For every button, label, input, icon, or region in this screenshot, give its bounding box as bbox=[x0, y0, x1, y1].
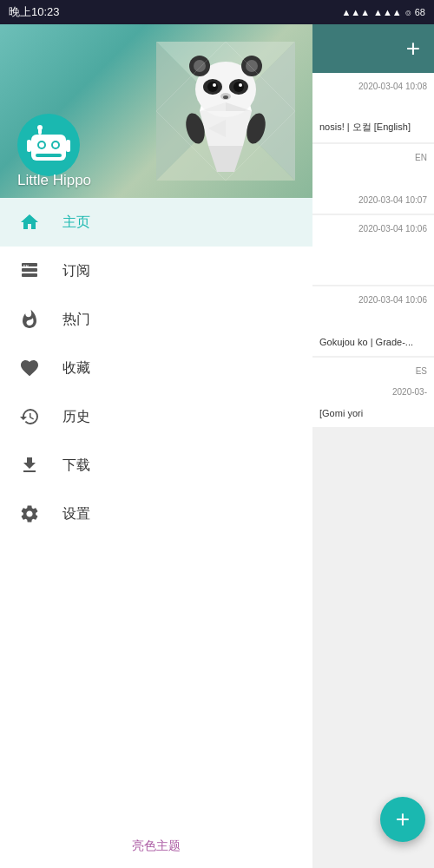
signal-icon-2: ▲▲▲ bbox=[373, 7, 402, 17]
theme-toggle[interactable]: 亮色主题 bbox=[132, 838, 181, 852]
add-button[interactable]: + bbox=[406, 36, 420, 61]
battery-icon: 68 bbox=[415, 7, 425, 17]
nav-list: 主页 EH 订阅 热门 bbox=[0, 198, 312, 824]
list-item[interactable]: ES 2020-03- [Gomi yori bbox=[312, 358, 434, 427]
nav-item-hot[interactable]: 热门 bbox=[0, 295, 312, 344]
list-item[interactable]: 2020-03-04 10:08 nosis! | 오컬 [English] bbox=[312, 73, 434, 142]
svg-point-31 bbox=[37, 125, 43, 130]
app-name: Little Hippo bbox=[17, 172, 91, 189]
nav-label-subscribe: 订阅 bbox=[62, 262, 90, 280]
svg-rect-41 bbox=[22, 273, 37, 277]
nav-label-home: 主页 bbox=[62, 214, 90, 232]
heart-icon bbox=[17, 356, 42, 380]
fab-button[interactable]: + bbox=[380, 797, 425, 842]
svg-point-15 bbox=[233, 82, 244, 92]
svg-point-14 bbox=[207, 82, 218, 92]
item-lang: EN bbox=[319, 153, 427, 162]
item-date: 2020-03-04 10:08 bbox=[319, 82, 427, 91]
item-text: Gokujou ko | Grade-... bbox=[319, 337, 427, 347]
nav-label-hot: 热门 bbox=[62, 311, 90, 329]
nav-label-history: 历史 bbox=[62, 408, 90, 426]
svg-point-35 bbox=[53, 142, 58, 148]
svg-point-10 bbox=[194, 60, 206, 72]
drawer-header: Little Hippo bbox=[0, 24, 312, 198]
fire-icon bbox=[17, 307, 42, 332]
download-icon bbox=[17, 453, 42, 477]
app-avatar bbox=[17, 114, 80, 176]
history-icon bbox=[17, 404, 42, 429]
nav-label-settings: 设置 bbox=[62, 505, 90, 523]
list-item[interactable]: 2020-03-04 10:06 Gokujou ko | Grade-... bbox=[312, 286, 434, 356]
svg-point-16 bbox=[213, 83, 216, 87]
svg-rect-36 bbox=[36, 154, 62, 157]
item-text: nosis! | 오컬 [English] bbox=[319, 121, 427, 134]
nav-item-favorites[interactable]: 收藏 bbox=[0, 344, 312, 392]
nav-item-subscribe[interactable]: EH 订阅 bbox=[0, 247, 312, 295]
svg-point-11 bbox=[246, 60, 258, 72]
list-item[interactable]: EN 2020-03-04 10:07 bbox=[312, 144, 434, 214]
status-bar: 晚上10:23 ▲▲▲ ▲▲▲ ⌾ 68 bbox=[0, 0, 434, 24]
item-date: 2020-03-04 10:06 bbox=[319, 224, 427, 233]
right-top-bar: + bbox=[312, 24, 434, 73]
item-text: [Gomi yori bbox=[319, 408, 427, 418]
nav-item-home[interactable]: 主页 bbox=[0, 198, 312, 247]
status-time: 晚上10:23 bbox=[9, 4, 60, 20]
right-panel: + 2020-03-04 10:08 nosis! | 오컬 [English]… bbox=[312, 24, 434, 868]
subscribe-icon: EH bbox=[17, 259, 42, 283]
gear-icon bbox=[17, 502, 42, 526]
drawer: Little Hippo 主页 EH 订阅 bbox=[0, 24, 312, 868]
panda-illustration bbox=[156, 42, 295, 181]
content-list: 2020-03-04 10:08 nosis! | 오컬 [English] E… bbox=[312, 73, 434, 868]
nav-item-download[interactable]: 下载 bbox=[0, 441, 312, 490]
item-lang: ES bbox=[319, 366, 427, 376]
svg-rect-37 bbox=[27, 140, 31, 152]
svg-point-34 bbox=[39, 142, 44, 148]
nav-label-favorites: 收藏 bbox=[62, 359, 90, 378]
item-date: 2020-03- bbox=[319, 387, 427, 397]
list-item[interactable]: 2020-03-04 10:06 bbox=[312, 215, 434, 285]
item-date: 2020-03-04 10:07 bbox=[319, 195, 427, 205]
nav-label-download: 下载 bbox=[62, 457, 90, 475]
signal-icon-1: ▲▲▲ bbox=[341, 7, 370, 17]
home-icon bbox=[17, 210, 42, 234]
nav-item-history[interactable]: 历史 bbox=[0, 392, 312, 441]
svg-rect-40 bbox=[22, 268, 37, 272]
svg-point-19 bbox=[223, 95, 228, 99]
wifi-icon: ⌾ bbox=[405, 7, 411, 17]
item-date: 2020-03-04 10:06 bbox=[319, 295, 427, 305]
drawer-footer: 亮色主题 bbox=[0, 824, 312, 868]
svg-text:EH: EH bbox=[23, 264, 29, 268]
status-icons: ▲▲▲ ▲▲▲ ⌾ 68 bbox=[341, 7, 425, 17]
svg-rect-38 bbox=[66, 140, 70, 152]
svg-point-17 bbox=[239, 83, 242, 87]
nav-item-settings[interactable]: 设置 bbox=[0, 490, 312, 538]
